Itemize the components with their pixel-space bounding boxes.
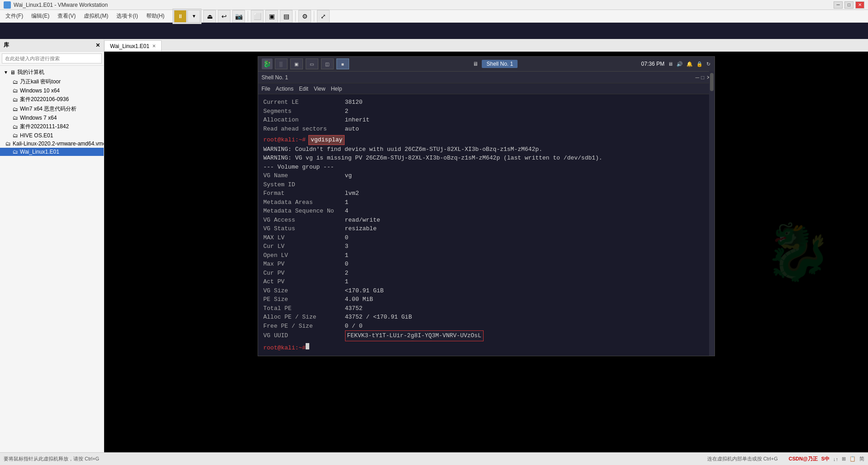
sidebar-item-3[interactable]: 🗂 Win7 x64 恶意代码分析 xyxy=(0,104,104,114)
vg-field-0: VG Namevg xyxy=(264,171,709,180)
shell-minimize-button[interactable]: ─ xyxy=(695,74,700,81)
shell-icon: 🖥 xyxy=(473,61,478,67)
vg-fields-container: VG NamevgSystem IDFormatlvm2Metadata Are… xyxy=(264,171,709,341)
shell-menu-actions[interactable]: Actions xyxy=(276,86,293,92)
vg-field-1: System ID xyxy=(264,180,709,189)
maximize-button[interactable]: □ xyxy=(844,1,854,9)
term-value-segments: 2 xyxy=(345,107,349,116)
status-icon-lang: 简 xyxy=(859,455,864,462)
menu-file[interactable]: 文件(F) xyxy=(2,11,27,21)
vg-field-18: VG UUIDFEKVK3-tY1T-LUir-2g8I-YQ3M-VNRV-U… xyxy=(264,330,709,341)
term-line-command: root@kali:~# vgdisplay xyxy=(264,135,709,145)
sidebar-item-4[interactable]: 🗂 Windows 7 x64 xyxy=(0,114,104,122)
sidebar-item-2[interactable]: 🗂 案件20220106-0936 xyxy=(0,95,104,104)
vg-value-9: 1 xyxy=(345,251,349,260)
power-button[interactable]: ⏏ xyxy=(203,10,216,23)
close-button[interactable]: ✕ xyxy=(855,1,864,9)
window-btn[interactable]: ▣ xyxy=(265,10,278,23)
kali-logo-icon: 🐉 xyxy=(263,60,271,68)
term-label-allocation: Allocation xyxy=(264,116,345,125)
sidebar-item-7[interactable]: 🗂 Kali-Linux-2020.2-vmware-amd64.vmc xyxy=(0,140,104,148)
taskbar-btn-2[interactable]: ▭ xyxy=(306,58,318,69)
sidebar-item-label-1: Windows 10 x64 xyxy=(20,87,60,94)
shell-window-controls: ─ □ ✕ xyxy=(695,74,711,81)
menu-vm[interactable]: 虚拟机(M) xyxy=(80,11,112,21)
kali-menu-button[interactable]: 🐉 xyxy=(262,58,273,69)
fullscreen-button[interactable]: ⬜ xyxy=(251,10,264,23)
status-icon-clip: 📋 xyxy=(849,456,856,462)
scrollbar-thumb[interactable] xyxy=(710,73,714,91)
sidebar-item-8[interactable]: 🗂 Wai_Linux1.E01 xyxy=(0,148,104,156)
vg-label-10: Max PV xyxy=(264,260,345,269)
vg-label-7: MAX LV xyxy=(264,233,345,242)
terminal-content[interactable]: Current LE 38120 Segments 2 Allocation i… xyxy=(258,94,715,356)
tab-close-button[interactable]: ✕ xyxy=(152,44,156,48)
shell-menu-file[interactable]: File xyxy=(262,86,270,92)
sidebar-close-button[interactable]: ✕ xyxy=(96,42,100,48)
menu-tabs[interactable]: 选项卡(I) xyxy=(113,11,141,21)
taskbar-btn-1[interactable]: ▣ xyxy=(290,58,303,69)
shell-menu-view[interactable]: View xyxy=(314,86,326,92)
taskbar-btn-4[interactable]: ■ xyxy=(336,58,349,69)
kali-time: 07:36 PM xyxy=(641,61,664,67)
search-input[interactable] xyxy=(2,53,102,63)
term-label-read-ahead: Read ahead sectors xyxy=(264,125,345,134)
pause-button[interactable]: ⏸ xyxy=(174,10,187,23)
menu-help[interactable]: 帮助(H) xyxy=(143,11,168,21)
vg-label-12: Act PV xyxy=(264,277,345,286)
sidebar-item-1[interactable]: 🗂 Windows 10 x64 xyxy=(0,87,104,95)
sidebar-item-label-8: Wai_Linux1.E01 xyxy=(20,149,59,155)
terminal-scrollbar[interactable] xyxy=(709,71,715,356)
title-bar-left: Wai_Linux1.E01 - VMware Workstation xyxy=(4,1,108,9)
vg-field-6: VG Statusresizable xyxy=(264,224,709,233)
vm-tab[interactable]: Wai_Linux1.E01 ✕ xyxy=(104,40,162,51)
sidebar-item-6[interactable]: 🗂 HIVE OS.E01 xyxy=(0,131,104,140)
minimize-button[interactable]: ─ xyxy=(834,1,843,9)
shell-tab-label[interactable]: Shell No. 1 xyxy=(482,60,518,68)
toolbar-separator-1 xyxy=(248,11,248,22)
status-icon-net: ↓↑ xyxy=(833,456,838,462)
menu-edit[interactable]: 编辑(E) xyxy=(28,11,53,21)
vg-label-14: PE Size xyxy=(264,295,345,304)
kali-panel-center: 🖥 Shell No. 1 xyxy=(473,60,518,68)
vg-value-4: 4 xyxy=(345,207,349,216)
sidebar-item-label-0: 乃正kali 密码toor xyxy=(20,78,61,86)
taskbar-btn-3[interactable]: ◫ xyxy=(321,58,334,69)
term-warning-2: WARNING: VG vg is missing PV 26CZ6m-STUj… xyxy=(264,154,603,163)
status-icon-grid: ⊞ xyxy=(842,456,846,462)
vm-icon-7: 🗂 xyxy=(5,140,11,147)
fit-button[interactable]: ⤢ xyxy=(317,10,330,23)
snapshot-button[interactable]: 📷 xyxy=(232,10,245,23)
shell-menu-edit[interactable]: Edit xyxy=(299,86,308,92)
vg-value-12: 1 xyxy=(345,277,349,286)
vg-label-0: VG Name xyxy=(264,171,345,180)
shell-maximize-button[interactable]: □ xyxy=(701,74,704,81)
vg-label-16: Alloc PE / Size xyxy=(264,313,345,322)
sidebar-item-5[interactable]: 🗂 案件20220111-1842 xyxy=(0,122,104,131)
shell-titlebar: Shell No. 1 ─ □ ✕ xyxy=(258,72,715,83)
vg-label-4: Metadata Sequence No xyxy=(264,207,345,216)
menu-bar: 文件(F) 编辑(E) 查看(V) 虚拟机(M) 选项卡(I) 帮助(H) ⏸ … xyxy=(0,10,868,23)
vg-value-6: resizable xyxy=(345,224,377,233)
app-icon xyxy=(4,1,11,9)
tab-label: Wai_Linux1.E01 xyxy=(110,43,149,49)
unity-btn[interactable]: ▤ xyxy=(280,10,293,23)
vg-field-4: Metadata Sequence No4 xyxy=(264,207,709,216)
sidebar-title: 库 xyxy=(4,41,9,49)
menu-view[interactable]: 查看(V) xyxy=(54,11,79,21)
vg-value-16: 43752 / <170.91 GiB xyxy=(345,313,412,322)
shell-menu-help[interactable]: Help xyxy=(331,86,342,92)
settings-button[interactable]: ⚙ xyxy=(298,10,311,23)
vg-field-5: VG Accessread/write xyxy=(264,216,709,225)
term-command: vgdisplay xyxy=(308,135,345,145)
pause-dropdown[interactable]: ▼ xyxy=(187,10,200,23)
sidebar-item-0[interactable]: 🗂 乃正kali 密码toor xyxy=(0,77,104,87)
revert-button[interactable]: ↩ xyxy=(218,10,230,23)
term-label-current-le: Current LE xyxy=(264,98,345,107)
taskbar-btn-0[interactable]: ░ xyxy=(275,58,288,69)
vg-field-14: PE Size4.00 MiB xyxy=(264,295,709,304)
term-line-warning1: WARNING: Couldn't find device with uuid … xyxy=(264,145,709,154)
vg-label-1: System ID xyxy=(264,180,345,189)
vm-display[interactable]: 🐉 🐉 ░ ▣ ▭ ◫ ■ 🖥 Shell No. 1 xyxy=(104,52,868,452)
sidebar-item-my-computer[interactable]: ▼ 🖥 我的计算机 xyxy=(0,68,104,77)
